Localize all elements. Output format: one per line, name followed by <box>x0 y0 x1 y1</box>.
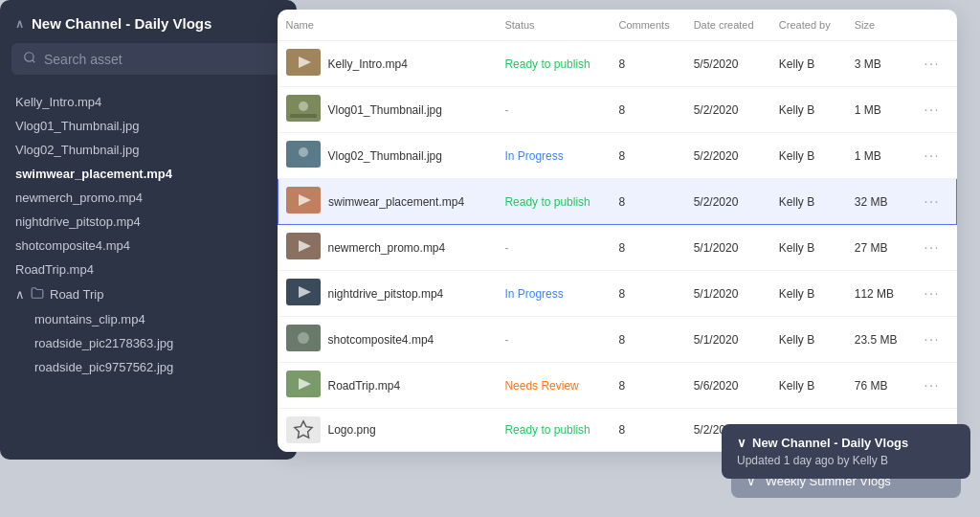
folder-item[interactable]: ∧ Road Trip <box>15 281 281 307</box>
more-button[interactable]: ··· <box>920 239 943 256</box>
status-cell: - <box>497 225 611 271</box>
file-name: swimwear_placement.mp4 <box>328 195 464 209</box>
col-created-by: Created by <box>771 10 847 41</box>
date-cell: 5/2/2020 <box>686 87 771 133</box>
file-name: Vlog01_Thumbnail.jpg <box>328 103 442 117</box>
more-actions-cell: ··· <box>912 179 956 225</box>
more-button[interactable]: ··· <box>920 193 943 210</box>
svg-rect-6 <box>290 114 317 118</box>
list-item[interactable]: mountains_clip.mp4 <box>15 307 281 331</box>
more-actions-cell: ··· <box>912 87 956 133</box>
name-cell: Vlog02_Thumbnail.jpg <box>278 133 498 179</box>
file-list: Kelly_Intro.mp4 Vlog01_Thumbnail.jpg Vlo… <box>0 90 297 379</box>
sidebar: ∧ New Channel - Daily Vlogs Kelly_Intro.… <box>0 0 297 460</box>
thumbnail <box>286 233 321 262</box>
status-badge: - <box>504 333 508 347</box>
more-button[interactable]: ··· <box>920 101 943 118</box>
creator-cell: Kelly B <box>771 133 847 179</box>
name-cell: Logo.png <box>278 409 498 452</box>
search-input[interactable] <box>44 52 274 67</box>
search-icon <box>23 51 36 67</box>
table-row[interactable]: nightdrive_pitstop.mp4 In Progress 8 5/1… <box>278 271 957 317</box>
file-name: Logo.png <box>328 423 376 437</box>
table-row[interactable]: Vlog01_Thumbnail.jpg - 8 5/2/2020 Kelly … <box>278 87 957 133</box>
table-container: Name Status Comments Date created Create… <box>278 10 957 452</box>
name-cell: shotcomposite4.mp4 <box>278 317 498 363</box>
size-cell: 112 MB <box>847 271 913 317</box>
more-button[interactable]: ··· <box>920 147 943 164</box>
file-name: RoadTrip.mp4 <box>328 379 401 393</box>
svg-point-8 <box>299 147 308 157</box>
list-item[interactable]: RoadTrip.mp4 <box>15 258 281 281</box>
list-item[interactable]: roadside_pic2178363.jpg <box>15 331 281 355</box>
col-actions <box>912 10 956 41</box>
daily-chevron[interactable]: ∨ <box>737 436 746 450</box>
size-cell: 27 MB <box>847 225 913 271</box>
name-cell: RoadTrip.mp4 <box>278 363 498 409</box>
size-cell: 23.5 MB <box>847 317 913 363</box>
thumbnail <box>286 416 321 443</box>
svg-line-1 <box>33 60 35 63</box>
table-row[interactable]: Kelly_Intro.mp4 Ready to publish 8 5/5/2… <box>278 41 957 87</box>
more-button[interactable]: ··· <box>920 377 943 393</box>
date-cell: 5/1/2020 <box>686 225 771 271</box>
status-cell: Ready to publish <box>497 179 611 225</box>
thumbnail <box>286 187 321 216</box>
comments-cell: 8 <box>611 409 685 452</box>
list-item[interactable]: newmerch_promo.mp4 <box>15 186 281 210</box>
file-name: Kelly_Intro.mp4 <box>328 57 408 71</box>
creator-cell: Kelly B <box>771 363 847 409</box>
date-cell: 5/6/2020 <box>686 363 771 409</box>
comments-cell: 8 <box>611 41 685 87</box>
thumbnail <box>286 95 321 124</box>
col-status: Status <box>497 10 611 41</box>
list-item[interactable]: nightdrive_pitstop.mp4 <box>15 210 281 234</box>
list-item-active[interactable]: swimwear_placement.mp4 <box>15 162 281 186</box>
thumbnail <box>286 49 321 79</box>
more-button[interactable]: ··· <box>920 285 943 302</box>
file-name: shotcomposite4.mp4 <box>328 333 434 347</box>
svg-marker-19 <box>294 421 311 438</box>
list-item[interactable]: Vlog01_Thumbnail.jpg <box>15 114 281 138</box>
table-row[interactable]: shotcomposite4.mp4 - 8 5/1/2020 Kelly B … <box>278 317 957 363</box>
table-row[interactable]: RoadTrip.mp4 Needs Review 8 5/6/2020 Kel… <box>278 363 957 409</box>
comments-cell: 8 <box>611 133 685 179</box>
table-row[interactable]: Vlog02_Thumbnail.jpg In Progress 8 5/2/2… <box>278 133 957 179</box>
chevron-icon: ∧ <box>15 287 25 302</box>
status-cell: Ready to publish <box>497 409 611 452</box>
svg-point-5 <box>299 101 308 111</box>
daily-title: ∨ New Channel - Daily Vlogs <box>737 436 955 450</box>
list-item[interactable]: roadside_pic9757562.jpg <box>15 355 281 379</box>
status-badge: - <box>504 103 508 117</box>
list-item[interactable]: Kelly_Intro.mp4 <box>15 90 281 114</box>
thumbnail <box>286 371 321 400</box>
table-row[interactable]: newmerch_promo.mp4 - 8 5/1/2020 Kelly B … <box>278 225 957 271</box>
size-cell: 32 MB <box>847 179 913 225</box>
sidebar-title: ∧ New Channel - Daily Vlogs <box>0 15 297 43</box>
search-bar[interactable] <box>11 43 285 75</box>
creator-cell: Kelly B <box>771 225 847 271</box>
daily-subtitle: Updated 1 day ago by Kelly B <box>737 454 955 467</box>
status-cell: - <box>497 87 611 133</box>
file-name: nightdrive_pitstop.mp4 <box>328 287 444 301</box>
file-name: Vlog02_Thumbnail.jpg <box>328 149 442 163</box>
status-badge: Needs Review <box>504 379 578 393</box>
date-cell: 5/5/2020 <box>686 41 771 87</box>
name-cell: Kelly_Intro.mp4 <box>278 41 498 87</box>
date-cell: 5/2/2020 <box>686 133 771 179</box>
creator-cell: Kelly B <box>771 271 847 317</box>
more-button[interactable]: ··· <box>920 56 943 72</box>
table-row[interactable]: swimwear_placement.mp4 Ready to publish … <box>278 179 957 225</box>
sidebar-chevron[interactable]: ∧ <box>15 17 24 31</box>
more-button[interactable]: ··· <box>920 331 943 348</box>
size-cell: 3 MB <box>847 41 913 87</box>
size-cell: 76 MB <box>847 363 913 409</box>
status-badge: Ready to publish <box>504 423 590 437</box>
thumbnail <box>286 325 321 354</box>
list-item[interactable]: shotcomposite4.mp4 <box>15 234 281 258</box>
more-actions-cell: ··· <box>912 225 956 271</box>
list-item[interactable]: Vlog02_Thumbnail.jpg <box>15 138 281 162</box>
comments-cell: 8 <box>611 179 685 225</box>
main-panel: Name Status Comments Date created Create… <box>278 10 957 452</box>
creator-cell: Kelly B <box>771 179 847 225</box>
